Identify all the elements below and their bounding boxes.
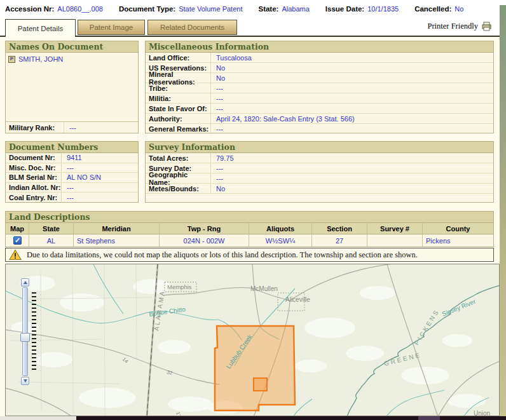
land-descriptions-panel: Land Descriptions Map State Meridian Twp… (5, 211, 494, 247)
document-nr-row: Document Nr: 9411 (6, 153, 138, 163)
coal-entry-nr-value: --- (62, 194, 74, 201)
land-panel-title: Land Descriptions (6, 212, 493, 223)
military-rank-row: Military Rank: --- (6, 122, 138, 133)
tribe-value: --- (211, 85, 223, 92)
col-state: State (29, 223, 74, 234)
state-label: State: (258, 5, 278, 13)
document-numbers-panel: Document Numbers Document Nr: 9411 Misc.… (5, 141, 139, 203)
metes-bounds-row: Metes/Bounds: No (146, 184, 493, 194)
map-checkbox[interactable] (13, 236, 22, 245)
accession-label: Accession Nr: (5, 5, 54, 13)
township-polygon (215, 326, 295, 410)
map-zoom-slider-ticks (32, 292, 36, 372)
misc-panel-title: Miscellaneous Information (146, 41, 493, 53)
bottom-bar-segment (418, 416, 440, 420)
militia-value: --- (211, 95, 223, 102)
tab-related-documents[interactable]: Related Documents (147, 20, 237, 35)
tribe-row: Tribe: --- (146, 83, 493, 93)
military-rank-value: --- (64, 124, 76, 132)
general-remarks-row: General Remarks: --- (146, 124, 493, 134)
section-polygon (254, 378, 267, 391)
tribe-label: Tribe: (146, 83, 211, 93)
mcmullen-label: McMullen (250, 285, 278, 292)
land-office-label: Land Office: (146, 53, 211, 62)
survey-panel-title: Survey Information (146, 142, 493, 153)
cancelled-value: No (455, 5, 463, 13)
zoom-out-arrow-icon (24, 379, 27, 383)
patentee-entry: P SMITH, JOHN (8, 55, 135, 63)
cell-aliquots: W½SW¼ (249, 234, 312, 247)
document-type-field: Document Type: State Volume Patent (119, 5, 243, 13)
patent-details-content: Names On Document P SMITH, JOHN Military… (0, 37, 500, 416)
cell-meridian: St Stephens (74, 234, 160, 247)
cell-twp-rng: 024N - 002W (160, 234, 249, 247)
cancelled-field: Cancelled: No (414, 5, 463, 13)
patentee-name: SMITH, JOHN (18, 55, 63, 63)
issue-date-value: 10/1/1835 (367, 5, 399, 13)
aliceville-label: Aliceville (285, 296, 310, 303)
general-remarks-value: --- (211, 125, 223, 133)
names-list: P SMITH, JOHN (6, 53, 138, 122)
state-value: Alabama (282, 5, 309, 13)
cell-state: AL (29, 234, 74, 247)
mineral-reservations-row: Mineral Reservations: No (146, 73, 493, 83)
blm-serial-nr-value: AL NO S/N (62, 173, 101, 181)
metes-bounds-value: No (211, 185, 225, 193)
map-zoom-slider-track[interactable] (22, 287, 28, 376)
authority-row: Authority: April 24, 1820: Sale-Cash Ent… (146, 114, 493, 124)
state-in-favor-row: State In Favor Of: --- (146, 104, 493, 114)
printer-friendly-button[interactable]: Printer Friendly (427, 22, 492, 31)
map-zoom-out-button[interactable] (21, 377, 29, 385)
land-office-value: Tuscaloosa (211, 54, 252, 62)
survey-information-panel: Survey Information Total Acres: 79.75 Su… (145, 141, 494, 203)
tab-patent-details[interactable]: Patent Details (5, 19, 76, 37)
document-header-bar: Accession Nr: AL0860__.008 Document Type… (0, 0, 500, 18)
cancelled-label: Cancelled: (414, 5, 451, 13)
col-twp-rng: Twp - Rng (160, 223, 249, 234)
state-field: State: Alabama (258, 5, 309, 13)
geographic-name-value: --- (211, 175, 223, 182)
cell-survey-nr (367, 234, 423, 247)
map-limitation-warning: Due to data limitations, we could not ma… (5, 248, 494, 262)
land-office-row: Land Office: Tuscaloosa (146, 53, 493, 63)
patentee-icon: P (8, 56, 15, 63)
col-county: County (423, 223, 493, 234)
bottom-dark-bar (76, 416, 506, 420)
state-in-favor-value: --- (211, 105, 223, 112)
issue-date-label: Issue Date: (325, 5, 364, 13)
col-map: Map (6, 223, 29, 234)
zoom-in-arrow-icon (24, 281, 27, 284)
col-meridian: Meridian (74, 223, 160, 234)
total-acres-row: Total Acres: 79.75 (146, 153, 493, 163)
coal-entry-nr-row: Coal Entry. Nr: --- (6, 193, 138, 203)
document-type-value: State Volume Patent (179, 5, 242, 13)
coal-entry-nr-label: Coal Entry. Nr: (6, 193, 62, 203)
indian-allot-nr-value: --- (62, 184, 74, 191)
land-table-header: Map State Meridian Twp - Rng Aliquots Se… (6, 223, 493, 234)
page-bottom-edge (0, 416, 506, 420)
cell-section: 27 (312, 234, 367, 247)
indian-allot-nr-row: Indian Allot. Nr: --- (6, 183, 138, 193)
authority-label: Authority: (146, 114, 211, 123)
issue-date-field: Issue Date: 10/1/1835 (325, 5, 399, 13)
col-section: Section (312, 223, 367, 234)
warning-text: Due to data limitations, we could not ma… (27, 250, 418, 260)
tab-patent-image[interactable]: Patent Image (78, 20, 145, 35)
tab-bar: Patent Details Patent Image Related Docu… (0, 18, 500, 37)
accession-field: Accession Nr: AL0860__.008 (5, 5, 103, 13)
document-nr-label: Document Nr: (6, 153, 62, 163)
survey-date-value: --- (211, 165, 223, 172)
misc-doc-nr-row: Misc. Doc. Nr: --- (6, 163, 138, 173)
township-map[interactable]: Memphis ALABAMA Bogue Chitto McMullen Al… (5, 264, 500, 416)
blm-serial-nr-row: BLM Serial Nr: AL NO S/N (6, 173, 138, 183)
cell-county: Pickens (423, 234, 493, 247)
map-canvas: Memphis ALABAMA Bogue Chitto McMullen Al… (6, 264, 500, 416)
map-zoom-in-button[interactable] (21, 278, 29, 287)
names-panel-title: Names On Document (6, 41, 138, 53)
memphis-label: Memphis (167, 283, 192, 290)
map-zoom-slider-handle[interactable] (20, 333, 30, 342)
doc-numbers-panel-title: Document Numbers (6, 142, 138, 153)
militia-row: Militia: --- (146, 93, 493, 104)
total-acres-value: 79.75 (211, 154, 234, 162)
map-checkbox-cell (6, 234, 29, 247)
